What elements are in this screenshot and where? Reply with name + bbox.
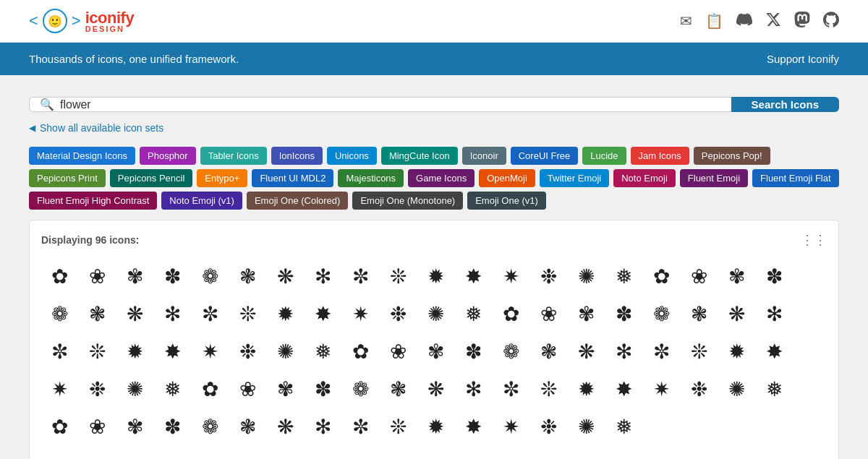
tag-game-icons[interactable]: Game Icons bbox=[408, 169, 475, 187]
icon-cell[interactable]: ✻ bbox=[756, 296, 792, 332]
icon-cell[interactable]: ✷ bbox=[493, 408, 529, 445]
icon-cell[interactable]: ❅ bbox=[305, 333, 341, 369]
icon-cell[interactable]: ✺ bbox=[116, 371, 153, 407]
icon-cell[interactable]: ❉ bbox=[530, 408, 566, 445]
tag-emoji-one-(monotone)[interactable]: Emoji One (Monotone) bbox=[352, 192, 463, 210]
tag-tabler-icons[interactable]: Tabler Icons bbox=[200, 147, 267, 165]
icon-cell[interactable]: ✼ bbox=[342, 408, 378, 445]
tag-twitter-emoji[interactable]: Twitter Emoji bbox=[540, 169, 609, 187]
tag-majesticons[interactable]: Majesticons bbox=[338, 169, 404, 187]
icon-cell[interactable]: ✽ bbox=[756, 258, 792, 294]
support-link[interactable]: Support Iconify bbox=[767, 53, 839, 65]
icon-cell[interactable]: ✸ bbox=[756, 333, 792, 369]
icon-cell[interactable]: ✷ bbox=[192, 333, 228, 369]
mastodon-icon[interactable] bbox=[794, 12, 810, 31]
tag-fluent-emoji-high-contrast[interactable]: Fluent Emoji High Contrast bbox=[29, 192, 157, 210]
icon-cell[interactable]: ✼ bbox=[493, 371, 529, 407]
icon-cell[interactable]: ✹ bbox=[116, 333, 153, 369]
icon-cell[interactable]: ✽ bbox=[154, 408, 190, 445]
tag-pepicons-print[interactable]: Pepicons Print bbox=[29, 169, 106, 187]
icon-cell[interactable]: ✺ bbox=[568, 258, 604, 294]
icon-cell[interactable]: ❃ bbox=[530, 333, 566, 369]
icon-cell[interactable]: ❁ bbox=[643, 296, 679, 332]
tag-fluent-emoji[interactable]: Fluent Emoji bbox=[680, 169, 748, 187]
icon-cell[interactable]: ❉ bbox=[681, 371, 717, 407]
icon-cell[interactable]: ❅ bbox=[455, 296, 491, 332]
icon-cell[interactable]: ❋ bbox=[267, 408, 303, 445]
icon-cell[interactable]: ❊ bbox=[530, 371, 566, 407]
icon-cell[interactable]: ✾ bbox=[116, 408, 153, 445]
tag-jam-icons[interactable]: Jam Icons bbox=[631, 147, 689, 165]
icon-cell[interactable]: ❁ bbox=[41, 296, 77, 332]
icon-cell[interactable]: ✹ bbox=[417, 408, 454, 445]
tag-phosphor[interactable]: Phosphor bbox=[140, 147, 196, 165]
icon-cell[interactable]: ✺ bbox=[417, 296, 454, 332]
icon-cell[interactable]: ✾ bbox=[417, 333, 454, 369]
icon-cell[interactable]: ❁ bbox=[493, 333, 529, 369]
icon-cell[interactable]: ❊ bbox=[380, 408, 416, 445]
icon-cell[interactable]: ✷ bbox=[493, 258, 529, 294]
tag-emoji-one-(colored)[interactable]: Emoji One (Colored) bbox=[247, 192, 349, 210]
icon-cell[interactable]: ✽ bbox=[154, 258, 190, 294]
grid-view-icon[interactable]: ⋮⋮ bbox=[801, 232, 827, 248]
tag-pepicons-pop![interactable]: Pepicons Pop! bbox=[694, 147, 770, 165]
icon-cell[interactable]: ❉ bbox=[530, 258, 566, 294]
icon-cell[interactable]: ❊ bbox=[681, 333, 717, 369]
icon-cell[interactable]: ❅ bbox=[605, 408, 642, 445]
icon-cell[interactable]: ✾ bbox=[568, 296, 604, 332]
icon-cell[interactable]: ✻ bbox=[455, 371, 491, 407]
tag-fluent-ui-mdl2[interactable]: Fluent UI MDL2 bbox=[252, 169, 333, 187]
search-input[interactable] bbox=[60, 98, 721, 111]
discord-icon[interactable] bbox=[736, 12, 752, 31]
icon-cell[interactable]: ✿ bbox=[192, 371, 228, 407]
icon-cell[interactable]: ❊ bbox=[79, 333, 115, 369]
icon-cell[interactable]: ✹ bbox=[568, 371, 604, 407]
icon-cell[interactable]: ❊ bbox=[380, 258, 416, 294]
github-icon[interactable] bbox=[823, 12, 839, 31]
icon-cell[interactable]: ✾ bbox=[267, 371, 303, 407]
icon-cell[interactable]: ✷ bbox=[342, 296, 378, 332]
icon-cell[interactable]: ✹ bbox=[718, 333, 754, 369]
icon-cell[interactable]: ❃ bbox=[79, 296, 115, 332]
tag-noto-emoji-(v1)[interactable]: Noto Emoji (v1) bbox=[161, 192, 242, 210]
icon-cell[interactable]: ✽ bbox=[305, 371, 341, 407]
icon-cell[interactable]: ✻ bbox=[305, 258, 341, 294]
icon-cell[interactable]: ✾ bbox=[718, 258, 754, 294]
icon-cell[interactable]: ❅ bbox=[756, 371, 792, 407]
tag-coreui-free[interactable]: CoreUI Free bbox=[511, 147, 579, 165]
icon-cell[interactable]: ✸ bbox=[605, 371, 642, 407]
icon-cell[interactable]: ❅ bbox=[605, 258, 642, 294]
icon-cell[interactable]: ❃ bbox=[229, 408, 265, 445]
tag-iconoir[interactable]: Iconoir bbox=[462, 147, 506, 165]
icon-cell[interactable]: ✸ bbox=[305, 296, 341, 332]
icon-cell[interactable]: ✷ bbox=[41, 371, 77, 407]
icon-cell[interactable]: ✼ bbox=[342, 258, 378, 294]
icon-cell[interactable]: ✿ bbox=[342, 333, 378, 369]
icon-cell[interactable]: ✽ bbox=[455, 333, 491, 369]
tag-material-design-icons[interactable]: Material Design Icons bbox=[29, 147, 135, 165]
icon-cell[interactable]: ❀ bbox=[681, 258, 717, 294]
tag-unicons[interactable]: Unicons bbox=[327, 147, 377, 165]
icon-cell[interactable]: ✼ bbox=[192, 296, 228, 332]
icon-cell[interactable]: ❁ bbox=[192, 408, 228, 445]
twitter-icon[interactable] bbox=[765, 12, 781, 31]
icon-cell[interactable]: ✻ bbox=[154, 296, 190, 332]
icon-cell[interactable]: ✺ bbox=[568, 408, 604, 445]
icon-cell[interactable]: ✿ bbox=[41, 258, 77, 294]
tag-ionicons[interactable]: IonIcons bbox=[271, 147, 323, 165]
icon-cell[interactable]: ❀ bbox=[79, 258, 115, 294]
tag-noto-emoji[interactable]: Noto Emoji bbox=[613, 169, 676, 187]
icon-cell[interactable]: ✹ bbox=[417, 258, 454, 294]
icon-cell[interactable]: ✾ bbox=[116, 258, 153, 294]
tag-fluent-emoji-flat[interactable]: Fluent Emoji Flat bbox=[752, 169, 839, 187]
icon-cell[interactable]: ❋ bbox=[267, 258, 303, 294]
tag-entypo+[interactable]: Entypo+ bbox=[197, 169, 247, 187]
icon-cell[interactable]: ✿ bbox=[493, 296, 529, 332]
tag-lucide[interactable]: Lucide bbox=[582, 147, 626, 165]
tag-mingcute-icon[interactable]: MingCute Icon bbox=[381, 147, 458, 165]
tag-pepicons-pencil[interactable]: Pepicons Pencil bbox=[110, 169, 193, 187]
icon-cell[interactable]: ❋ bbox=[116, 296, 153, 332]
icon-cell[interactable]: ❃ bbox=[229, 258, 265, 294]
tag-openmoji[interactable]: OpenMoji bbox=[479, 169, 535, 187]
icon-cell[interactable]: ✿ bbox=[41, 408, 77, 445]
